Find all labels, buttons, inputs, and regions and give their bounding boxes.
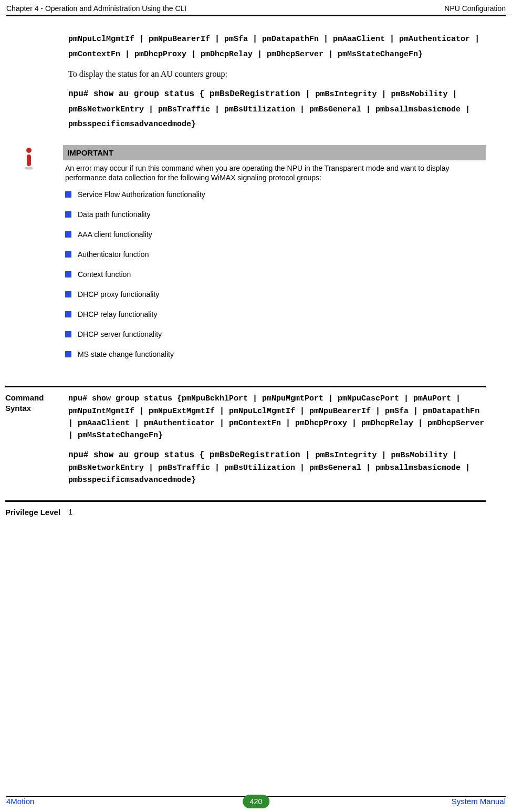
privilege-level-row: Privilege Level 1 (5, 500, 486, 518)
svg-rect-1 (27, 155, 31, 166)
important-callout: IMPORTANT An error may occur if run this… (21, 145, 486, 371)
important-title: IMPORTANT (63, 145, 486, 160)
au-intro-text: To display the status for an AU counters… (68, 69, 486, 79)
list-item: Context function (65, 270, 486, 279)
square-bullet-icon (65, 231, 71, 238)
page-content: pmNpuLclMgmtIf | pmNpuBearerIf | pmSfa |… (0, 32, 512, 517)
footer-right: System Manual (452, 797, 506, 806)
list-item: Authenticator function (65, 250, 486, 259)
syntax-au-cmd: npu# show au group status { pmBsDeRegist… (68, 449, 486, 486)
list-item: DHCP relay functionality (65, 310, 486, 318)
command-syntax-body: npu# show group status {pmNpuBckhlPort |… (68, 393, 486, 486)
privilege-level-label: Privilege Level (5, 507, 68, 518)
square-bullet-icon (65, 351, 71, 357)
square-bullet-icon (65, 291, 71, 297)
list-item: DHCP server functionality (65, 330, 486, 338)
footer-left: 4Motion (6, 797, 34, 806)
header-left: Chapter 4 - Operation and Administration… (6, 4, 186, 13)
list-item-label: AAA client functionality (78, 230, 152, 239)
list-item: MS state change functionality (65, 350, 486, 358)
square-bullet-icon (65, 311, 71, 317)
au-cmd-prefix: npu# show au group status { pmBsDeRegist… (68, 89, 315, 99)
list-item: Data path functionality (65, 210, 486, 219)
list-item-label: Data path functionality (78, 210, 151, 219)
important-icon (21, 147, 37, 170)
svg-point-2 (25, 167, 33, 170)
list-item-label: DHCP relay functionality (78, 310, 157, 318)
header-divider (6, 15, 506, 16)
list-item: DHCP proxy functionality (65, 290, 486, 299)
square-bullet-icon (65, 271, 71, 277)
page-footer: 4Motion 420 System Manual (6, 796, 506, 806)
page-number-badge: 420 (243, 795, 269, 808)
au-command-block: npu# show au group status { pmBsDeRegist… (68, 86, 486, 132)
privilege-value: 1 (68, 507, 72, 516)
list-item-label: DHCP server functionality (78, 330, 162, 338)
list-item: Service Flow Authorization functionality (65, 190, 486, 199)
syntax-npu-cmd: npu# show group status {pmNpuBckhlPort |… (68, 393, 486, 441)
privilege-level-body: 1 (68, 507, 486, 518)
important-bullet-list: Service Flow Authorization functionality… (63, 190, 486, 358)
square-bullet-icon (65, 191, 71, 198)
square-bullet-icon (65, 211, 71, 218)
page-header: Chapter 4 - Operation and Administration… (0, 0, 512, 15)
important-description: An error may occur if run this command w… (63, 160, 486, 191)
npu-options-continued: pmNpuLclMgmtIf | pmNpuBearerIf | pmSfa |… (68, 32, 486, 62)
definition-table: Command Syntax npu# show group status {p… (5, 386, 486, 517)
list-item-label: Service Flow Authorization functionality (78, 190, 205, 199)
header-right: NPU Configuration (444, 4, 506, 13)
list-item-label: Context function (78, 270, 131, 279)
list-item-label: DHCP proxy functionality (78, 290, 159, 299)
svg-point-0 (26, 148, 32, 153)
syntax-au-prefix: npu# show au group status { pmBsDeRegist… (68, 450, 315, 460)
footer-page-badge: 420 (243, 795, 269, 808)
square-bullet-icon (65, 331, 71, 337)
square-bullet-icon (65, 251, 71, 258)
command-syntax-label: Command Syntax (5, 393, 68, 486)
list-item-label: Authenticator function (78, 250, 149, 259)
list-item: AAA client functionality (65, 230, 486, 239)
command-syntax-row: Command Syntax npu# show group status {p… (5, 386, 486, 486)
list-item-label: MS state change functionality (78, 350, 174, 358)
